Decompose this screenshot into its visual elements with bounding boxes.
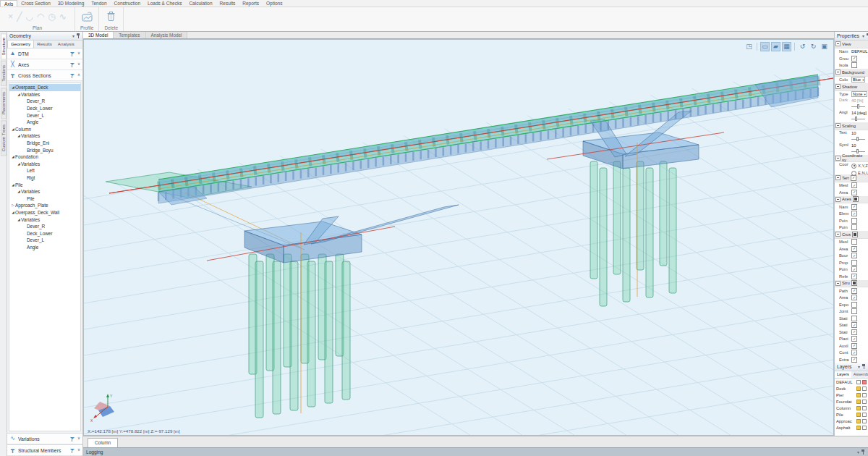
tree-item[interactable]: ◢Foundation (9, 153, 80, 161)
filter-icon[interactable] (70, 62, 75, 67)
layer-checkbox[interactable] (862, 400, 867, 404)
property-section-view[interactable]: View (835, 41, 868, 48)
layer-color-swatch[interactable] (862, 380, 867, 384)
property-checkbox[interactable]: ✓ (851, 204, 857, 210)
view-cube-icon[interactable]: ▰ (771, 42, 780, 51)
property-checkbox[interactable]: ✓ (851, 357, 857, 363)
property-section-stru[interactable]: Stru (835, 280, 868, 288)
slider-thumb[interactable] (856, 137, 859, 141)
property-slider[interactable] (851, 149, 865, 153)
logging-pin-icon[interactable] (861, 449, 865, 455)
section-variations[interactable]: ∿Variations∨ (7, 433, 82, 444)
property-checkbox[interactable]: ✓ (851, 56, 857, 62)
property-checkbox[interactable]: ✓ (851, 274, 857, 279)
property-checkbox[interactable]: ✓ (851, 329, 857, 335)
tree-item[interactable]: Dever_L (9, 237, 80, 244)
menu-item-results[interactable]: Results (216, 0, 239, 7)
tree-item[interactable]: Left (9, 167, 80, 174)
property-checkbox[interactable]: ✓ (851, 266, 857, 272)
layer-color-swatch[interactable] (856, 393, 861, 397)
layer-color-swatch[interactable] (856, 387, 861, 391)
section-checkbox[interactable] (851, 280, 857, 286)
logging-collapse-icon[interactable]: ▾ (857, 450, 859, 455)
layer-checkbox[interactable] (862, 413, 867, 417)
slider-thumb[interactable] (857, 104, 859, 109)
layer-color-swatch[interactable] (856, 419, 861, 423)
tree-item[interactable]: Pile (9, 195, 80, 203)
chevron-down-icon[interactable]: ∨ (77, 448, 80, 452)
property-section-scaling[interactable]: Scaling (835, 122, 868, 130)
layer-checkbox[interactable] (862, 387, 867, 391)
property-checkbox[interactable]: ✓ (851, 295, 857, 300)
tree-item[interactable]: ◢Variables (9, 188, 80, 195)
layer-color-swatch[interactable] (856, 413, 861, 417)
menu-item-reports[interactable]: Reports (239, 0, 263, 7)
menu-item-axis[interactable]: Axis (0, 0, 17, 7)
layers-tab-assemblie[interactable]: Assemblie (851, 371, 868, 378)
3d-viewport[interactable]: Y X ◳▭▰▦↺↻▣ X:=142.178 [m] Y:=478.822 [m… (83, 39, 834, 436)
menu-item-construction[interactable]: Construction (111, 0, 145, 7)
radio-option[interactable]: X,Y,Z (851, 163, 868, 169)
layer-color-swatch[interactable] (856, 426, 861, 430)
property-checkbox[interactable]: ✓ (851, 182, 857, 188)
property-checkbox[interactable] (851, 62, 857, 68)
polyline-tool-icon[interactable]: ◡ (25, 12, 33, 21)
property-checkbox[interactable] (851, 302, 857, 308)
property-checkbox[interactable] (851, 224, 857, 230)
property-slider[interactable] (851, 117, 865, 121)
tree-item[interactable]: ◢Pile (9, 181, 80, 188)
property-slider[interactable] (851, 137, 865, 141)
collapse-box-icon[interactable] (835, 197, 841, 202)
panel-pin-icon[interactable] (861, 364, 866, 369)
filter-icon[interactable] (70, 73, 75, 78)
property-section-coordinate-sy[interactable]: Coordinate sy (835, 155, 868, 163)
layer-color-swatch[interactable] (856, 406, 861, 410)
delete-icon[interactable] (105, 10, 117, 22)
tree-item[interactable]: Angle (9, 244, 80, 251)
collapse-box-icon[interactable] (835, 69, 841, 75)
layer-checkbox[interactable] (856, 380, 861, 384)
strip-tab-structure[interactable]: Structure (1, 33, 7, 59)
layer-checkbox[interactable] (862, 419, 867, 423)
section-cross-sections[interactable]: ┳Cross Sections∧ (7, 70, 82, 81)
panel-collapse-icon[interactable]: ▾ (862, 34, 864, 38)
collapse-box-icon[interactable] (835, 84, 841, 89)
filter-icon[interactable] (70, 436, 75, 442)
property-checkbox[interactable] (851, 316, 857, 321)
menu-item-loads-checks[interactable]: Loads & Checks (144, 0, 185, 7)
section-checkbox[interactable] (853, 196, 859, 202)
menu-item-calculation[interactable]: Calculation (185, 0, 216, 7)
strip-tab-placements[interactable]: Placements (1, 88, 7, 119)
layer-checkbox[interactable] (862, 393, 867, 397)
tree-item[interactable]: Rigt (9, 174, 80, 182)
property-checkbox[interactable]: ✓ (851, 350, 857, 355)
menu-item-cross-section[interactable]: Cross Section (17, 0, 54, 7)
collapse-box-icon[interactable] (835, 175, 841, 180)
view-mesh-icon[interactable]: ▦ (782, 42, 791, 51)
layer-checkbox[interactable] (862, 406, 867, 410)
tree-item[interactable]: Dever_R (9, 223, 80, 230)
viewport-tab-3d-model[interactable]: 3D Model (83, 32, 114, 38)
property-checkbox[interactable] (851, 260, 857, 266)
property-checkbox[interactable] (851, 308, 857, 314)
property-checkbox[interactable]: ✓ (851, 322, 857, 328)
tree-item[interactable]: ◢Overpass_Deck_Wall (9, 209, 80, 216)
layer-color-swatch[interactable] (856, 400, 861, 404)
geometry-tab-geometry[interactable]: Geometry (7, 41, 34, 48)
menu-item-options[interactable]: Options (263, 0, 286, 7)
property-slider[interactable] (851, 104, 865, 109)
property-checkbox[interactable]: ✓ (851, 343, 857, 349)
strip-tab-custom-trees[interactable]: Custom Trees (1, 120, 7, 156)
layer-checkbox[interactable] (862, 426, 867, 430)
rotate-left-icon[interactable]: ↺ (798, 42, 807, 51)
tree-item[interactable]: ◢Variables (9, 91, 80, 98)
tree-item[interactable]: ◢Column (9, 126, 80, 133)
property-dropdown[interactable]: Blue▾ (851, 77, 865, 83)
menu-item-3d-modeling[interactable]: 3D Modeling (54, 0, 88, 7)
collapse-box-icon[interactable] (835, 281, 841, 286)
viewport-tab-templates[interactable]: Templates (114, 32, 145, 38)
section-structural-members[interactable]: ┳Structural Members∨ (7, 444, 82, 456)
chevron-up-icon[interactable]: ∧ (77, 73, 80, 77)
tree-item[interactable]: Deck_Lower (9, 105, 80, 112)
circle-arc-tool-icon[interactable]: ◷ (48, 12, 55, 21)
